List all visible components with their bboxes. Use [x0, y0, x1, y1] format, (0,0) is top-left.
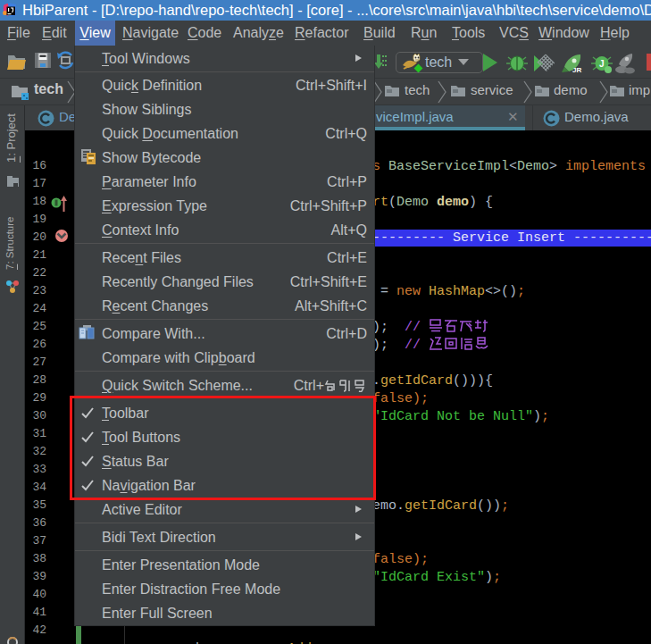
svg-text:JR: JR: [572, 66, 581, 74]
svg-text:J: J: [599, 59, 605, 69]
